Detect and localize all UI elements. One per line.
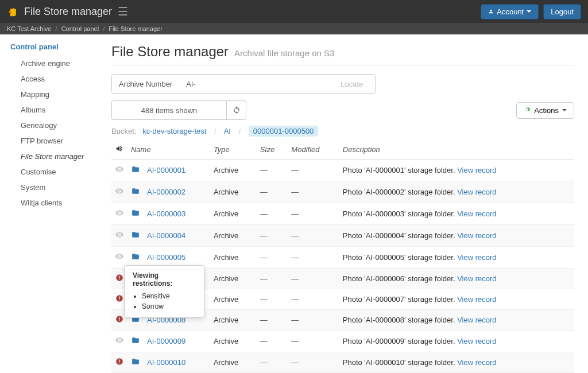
cell-modified: — (288, 289, 339, 310)
col-name: Name (127, 140, 210, 160)
archive-link[interactable]: AI-0000003 (147, 209, 185, 218)
breadcrumb: KC Test Archive / Control panel / File S… (0, 23, 588, 34)
sidebar: Control panel Archive engineAccessMappin… (0, 34, 98, 373)
view-record-link[interactable]: View record (457, 274, 496, 283)
cell-modified: — (288, 160, 339, 181)
cell-type: Archive (210, 331, 257, 352)
cell-description: Photo 'AI-0000009' storage folder. View … (339, 331, 574, 352)
sidebar-item[interactable]: Mapping (10, 87, 98, 102)
sidebar-item[interactable]: System (10, 180, 98, 195)
path-segment-current[interactable]: 0000001-0000500 (249, 126, 319, 137)
sidebar-item[interactable]: Customise (10, 164, 98, 180)
sidebar-item[interactable]: Albums (10, 102, 98, 118)
warning-icon (111, 352, 127, 373)
archive-link[interactable]: AI-0000004 (147, 231, 185, 240)
cell-size: — (257, 247, 288, 269)
folder-icon (127, 331, 144, 352)
breadcrumb-link[interactable]: KC Test Archive (7, 25, 51, 32)
account-menu[interactable]: Account (481, 4, 539, 20)
breadcrumb-link[interactable]: Control panel (61, 25, 99, 32)
view-record-link[interactable]: View record (457, 231, 496, 240)
cell-size: — (257, 352, 288, 373)
cell-description: Photo 'AI-0000010' storage folder. View … (339, 352, 574, 373)
cell-modified: — (288, 225, 339, 247)
archive-link[interactable]: AI-0000005 (147, 253, 185, 262)
svg-rect-4 (119, 297, 119, 300)
locate-button[interactable]: Locate (329, 75, 375, 93)
cell-size: — (257, 181, 288, 203)
actions-menu[interactable]: Actions (516, 102, 574, 119)
view-record-link[interactable]: View record (457, 337, 496, 345)
cell-size: — (257, 331, 288, 352)
cell-type: Archive (210, 247, 257, 269)
view-record-link[interactable]: View record (457, 253, 496, 262)
bucket-path: Bucket: kc-dev-storage-test / AI / 00000… (111, 127, 574, 135)
menu-icon[interactable]: ☰ (118, 5, 128, 18)
cell-description: Photo 'AI-0000002' storage folder. View … (339, 181, 574, 203)
sidebar-item[interactable]: Genealogy (10, 118, 98, 133)
cell-type: Archive (210, 225, 257, 247)
view-record-link[interactable]: View record (457, 209, 496, 218)
folder-icon (127, 160, 144, 181)
chevron-down-icon (527, 10, 531, 13)
cell-modified: — (288, 352, 339, 373)
cell-modified: — (288, 181, 339, 203)
sidebar-item[interactable]: File Store manager (10, 149, 98, 164)
cell-type: Archive (210, 310, 257, 331)
col-description: Description (339, 140, 574, 160)
view-record-link[interactable]: View record (457, 166, 496, 174)
sidebar-item[interactable]: FTP browser (10, 133, 98, 149)
logout-button[interactable]: Logout (543, 4, 581, 20)
view-record-link[interactable]: View record (457, 316, 496, 324)
folder-icon (127, 352, 144, 373)
table-row: AI-0000002Archive——Photo 'AI-0000002' st… (111, 181, 574, 203)
path-segment[interactable]: kc-dev-storage-test (142, 127, 206, 135)
speaker-icon (115, 145, 123, 153)
archive-link[interactable]: AI-0000001 (147, 166, 185, 174)
cell-description: Photo 'AI-0000007' storage folder. View … (339, 289, 574, 310)
archive-link[interactable]: AI-0000010 (147, 358, 185, 367)
sidebar-item[interactable]: Access (10, 71, 98, 87)
search-group: Archive Number AI- Locate (111, 74, 376, 94)
sidebar-item[interactable]: Archive engine (10, 56, 98, 71)
cell-size: — (257, 289, 288, 310)
svg-rect-10 (119, 360, 119, 363)
search-prefix: AI- (179, 75, 203, 93)
path-segment[interactable]: AI (224, 127, 231, 135)
archive-number-input[interactable] (203, 75, 329, 93)
col-status (111, 140, 127, 160)
breadcrumb-link[interactable]: File Store manager (109, 25, 163, 32)
col-type: Type (210, 140, 257, 160)
eye-icon (111, 225, 127, 247)
sidebar-title[interactable]: Control panel (10, 42, 98, 51)
refresh-button[interactable] (226, 101, 246, 119)
cell-size: — (257, 225, 288, 247)
col-size: Size (257, 140, 288, 160)
page-title: File Store manager (111, 44, 229, 60)
cell-type: Archive (210, 352, 257, 373)
cell-modified: — (288, 310, 339, 331)
folder-icon (127, 181, 144, 203)
sidebar-item[interactable]: Wiltja clients (10, 195, 98, 211)
cell-description: Photo 'AI-0000008' storage folder. View … (339, 310, 574, 331)
svg-rect-11 (119, 363, 119, 363)
cell-type: Archive (210, 289, 257, 310)
cell-size: — (257, 160, 288, 181)
eye-icon (111, 181, 127, 203)
archive-link[interactable]: AI-0000009 (147, 337, 185, 345)
eye-icon (111, 331, 127, 352)
table-row: AI-0000004Archive——Photo 'AI-0000004' st… (111, 225, 574, 247)
eye-icon (111, 203, 127, 225)
view-record-link[interactable]: View record (457, 188, 496, 196)
svg-rect-5 (119, 300, 119, 300)
col-modified: Modified (288, 140, 339, 160)
view-record-link[interactable]: View record (457, 358, 496, 367)
folder-icon (127, 203, 144, 225)
view-record-link[interactable]: View record (457, 295, 496, 304)
brand-title: File Store manager (24, 6, 112, 18)
cell-description: Photo 'AI-0000006' storage folder. View … (339, 269, 574, 289)
archive-link[interactable]: AI-0000002 (147, 188, 185, 196)
svg-rect-1 (119, 276, 119, 279)
svg-rect-2 (119, 279, 119, 279)
cell-description: Photo 'AI-0000003' storage folder. View … (339, 203, 574, 225)
